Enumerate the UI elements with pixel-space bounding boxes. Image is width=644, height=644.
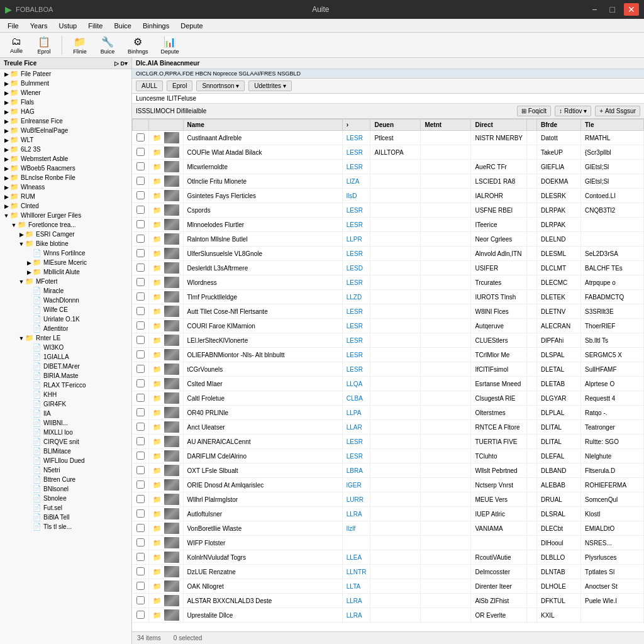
- row-checkbox[interactable]: [133, 174, 149, 189]
- view-btn-rdtiov[interactable]: ↕ Rdtiov ▾: [555, 106, 591, 116]
- toolbar-btn-depute[interactable]: 📊 Depute: [156, 35, 184, 56]
- sidebar-tree-item[interactable]: 📄WI3KO: [0, 343, 131, 352]
- sidebar-tree-item[interactable]: ▼📁Whlllorer Eurger Files: [0, 211, 131, 220]
- sidebar-tree-item[interactable]: 📄WlFLllou Dued: [0, 456, 131, 465]
- sidebar-tree-item[interactable]: 📄Atlentitor: [0, 324, 131, 333]
- row-checkbox[interactable]: [133, 550, 149, 565]
- sidebar-tree-item[interactable]: 📄Urirlate O.1K: [0, 314, 131, 324]
- menu-buice[interactable]: Buice: [109, 21, 136, 31]
- toolbar-btn-buice[interactable]: 🔧 Buice: [95, 35, 120, 56]
- table-row[interactable]: 📁tCGrVounelsLESRIfClTlFsimolDLETALSullHF…: [133, 362, 644, 377]
- row-checkbox[interactable]: [133, 160, 149, 174]
- sec-btn-eprol[interactable]: Eprol: [167, 80, 192, 91]
- row-checkbox[interactable]: [133, 203, 149, 218]
- sidebar-tree-item[interactable]: 📄WlIBNl...: [0, 418, 131, 428]
- sidebar-tree-item[interactable]: 📄Sbnolee: [0, 494, 131, 503]
- sidebar-tree-item[interactable]: 📄1GIALLA: [0, 352, 131, 362]
- sidebar-tree-item[interactable]: 📄DlBET.MArer: [0, 362, 131, 371]
- table-row[interactable]: 📁WIFP FlotsterDlHooulNSRES...: [133, 536, 644, 550]
- table-row[interactable]: 📁VonBoretllie WlastellzlfVANIAMADLECbtEM…: [133, 521, 644, 536]
- sec-btn-snnortnson[interactable]: Snnortnson ▾: [196, 80, 245, 91]
- sidebar-tree-item[interactable]: ▶📁MlEsure Mceric: [0, 258, 131, 267]
- sidebar-tree-item[interactable]: ▶📁6L2 3S: [0, 145, 131, 154]
- sidebar-tree-item[interactable]: 📄GIR4FK: [0, 399, 131, 409]
- row-checkbox[interactable]: [133, 565, 149, 579]
- table-row[interactable]: 📁ORIE Dnosd At AmlqarisleclGERNctserp Vn…: [133, 478, 644, 492]
- minimize-button[interactable]: −: [588, 3, 601, 16]
- col-name[interactable]: Name: [183, 119, 342, 131]
- table-row[interactable]: 📁COURl Faroe KlMarnionLESRAutqeruveALECR…: [133, 319, 644, 333]
- sidebar-tree-item[interactable]: 📄BiBlA Tell: [0, 513, 131, 522]
- table-row[interactable]: 📁Deslerldt L3sAftrmereLESDUSIFERDLCLMTBA…: [133, 261, 644, 275]
- sidebar-tree-item[interactable]: 📄Fut.sel: [0, 503, 131, 513]
- toolbar-btn-eprol[interactable]: 📋 Eprol: [31, 35, 57, 56]
- row-checkbox[interactable]: [133, 131, 149, 145]
- table-row[interactable]: 📁OLIEFABNMiontor -Nls- Alt blnbulttLESRT…: [133, 348, 644, 362]
- table-row[interactable]: 📁AU AlNERAlCALCenntLESRTUERTIA FIVEDLITA…: [133, 435, 644, 449]
- sidebar-tree-item[interactable]: ▼📁Bike blotine: [0, 239, 131, 248]
- row-checkbox[interactable]: [133, 145, 149, 160]
- table-row[interactable]: 📁Uprestalite DllceLLRAOR EverlteKXIL: [133, 608, 644, 623]
- row-checkbox[interactable]: [133, 579, 149, 594]
- sidebar-tree-item[interactable]: ▶📁Flals: [0, 97, 131, 107]
- row-checkbox[interactable]: [133, 464, 149, 478]
- sidebar-tree-item[interactable]: ▼📁Foretlonce trea...: [0, 220, 131, 230]
- sidebar-tree-item[interactable]: ▶📁Webmstert Asble: [0, 154, 131, 164]
- row-checkbox[interactable]: [133, 275, 149, 290]
- table-row[interactable]: 📁Cslted MlaerLLQAEsrtanse MneedDLETABAlp…: [133, 377, 644, 391]
- close-button[interactable]: ✕: [624, 3, 639, 16]
- col-direct[interactable]: Direct: [471, 119, 527, 131]
- menu-filite[interactable]: Filite: [83, 21, 108, 31]
- menu-years[interactable]: Years: [25, 21, 53, 31]
- table-row[interactable]: 📁WlordnessLESRTrcuratesDLECMCAtrpqupe o: [133, 275, 644, 290]
- sidebar-tree-item[interactable]: ▼📁Rnter LE: [0, 333, 131, 343]
- sidebar-tree-item[interactable]: 📄RLAX TFericco: [0, 380, 131, 390]
- row-checkbox[interactable]: [133, 218, 149, 232]
- col-tle[interactable]: Tle: [581, 119, 644, 131]
- row-checkbox[interactable]: [133, 319, 149, 333]
- view-btn-foqiclt[interactable]: ⊞ Foqiclt: [517, 106, 551, 116]
- sidebar-tree-item[interactable]: 📄MlXLLl loo: [0, 428, 131, 437]
- sidebar-tree-item[interactable]: 📄N5etri: [0, 465, 131, 475]
- menu-file[interactable]: File: [3, 21, 24, 31]
- row-checkbox[interactable]: [133, 189, 149, 203]
- table-row[interactable]: 📁ALSTAR BXXCNLALD3 DesteLLRAAlSb ZlFhist…: [133, 594, 644, 608]
- table-row[interactable]: 📁AutloftulsnerLLRAIUEP AtlricDLSRALKlost…: [133, 507, 644, 521]
- sidebar-tree-item[interactable]: ▶📁File Pateer: [0, 69, 131, 79]
- col-arrow[interactable]: ›: [342, 119, 370, 131]
- table-row[interactable]: 📁OAK NllogretLLTADirenter IteerDLHOLEAno…: [133, 579, 644, 594]
- sidebar-tree-item[interactable]: ▶📁Clnted: [0, 201, 131, 211]
- row-checkbox[interactable]: [133, 362, 149, 377]
- sidebar-tree-item[interactable]: ▶📁WBoeb5 Raacmers: [0, 164, 131, 173]
- sidebar-tree-item[interactable]: 📄Wilfe CE: [0, 305, 131, 314]
- table-row[interactable]: 📁Mlnnoelodes FlurtlerLESRITeericeDLRPAK: [133, 218, 644, 232]
- sidebar-tree-item[interactable]: 📄Tls tl sle...: [0, 522, 131, 531]
- row-checkbox[interactable]: [133, 232, 149, 247]
- sidebar-tree-item[interactable]: 📄Wnns Fortilnce: [0, 248, 131, 258]
- table-row[interactable]: 📁LEl.lerSltecKlVlonerteLESRCLUEStlersDlP…: [133, 333, 644, 348]
- table-row[interactable]: 📁CspordsLESRUSFNE RBElDLRPAKCNQB3Tl2: [133, 203, 644, 218]
- table-row[interactable]: 📁OR40 PRLlNleLLPAOlterstmesDLPLALRatqo -…: [133, 406, 644, 420]
- row-checkbox[interactable]: [133, 608, 149, 623]
- sidebar-tree-item[interactable]: 📄BLlMitace: [0, 447, 131, 456]
- menu-binhings[interactable]: Binhings: [138, 21, 174, 31]
- col-check[interactable]: [133, 119, 149, 131]
- table-row[interactable]: 📁Custlnaant AdlrebleLESRPtlcestNISTR NME…: [133, 131, 644, 145]
- row-checkbox[interactable]: [133, 391, 149, 406]
- table-container[interactable]: Name › Deuen Metnt Direct Bfrde Tle 📁Cus…: [132, 119, 644, 631]
- sec-btn-udettrites[interactable]: Udettrites ▾: [248, 80, 292, 91]
- menu-ustup[interactable]: Ustup: [53, 21, 82, 31]
- sidebar-tree-item[interactable]: 📄BNlsonel: [0, 484, 131, 494]
- maximize-button[interactable]: □: [606, 3, 619, 16]
- row-checkbox[interactable]: [133, 377, 149, 391]
- row-checkbox[interactable]: [133, 521, 149, 536]
- toolbar-btn-aulle[interactable]: 🗂 Aulle: [4, 35, 29, 55]
- sidebar-tree-item[interactable]: 📄KHH: [0, 390, 131, 399]
- col-arrow2[interactable]: [527, 119, 537, 131]
- row-checkbox[interactable]: [133, 247, 149, 261]
- sidebar-tree-item[interactable]: ▶📁BLnclse Ronbe File: [0, 173, 131, 182]
- view-btn-atd-ssgsur[interactable]: + Atd Ssgsur: [595, 106, 640, 116]
- col-deuen[interactable]: Deuen: [370, 119, 421, 131]
- sec-btn-aull[interactable]: AULL: [136, 80, 163, 91]
- row-checkbox[interactable]: [133, 304, 149, 319]
